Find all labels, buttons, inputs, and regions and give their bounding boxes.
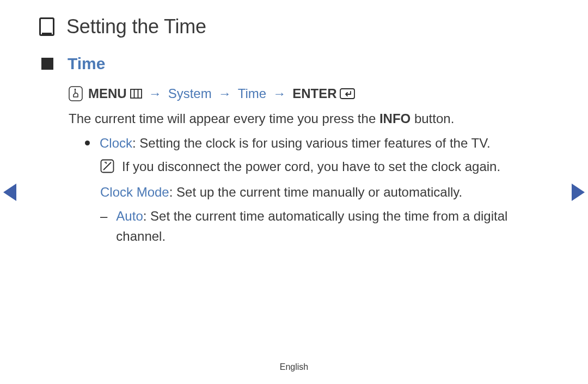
page-title-row: Setting the Time [39,15,549,38]
page-title: Setting the Time [66,15,206,38]
clock-desc: : Setting the clock is for using various… [132,136,491,150]
section-heading-row: Time [41,54,549,73]
enter-icon [340,88,355,99]
hand-icon [69,86,83,101]
clock-mode-row: Clock Mode: Set up the current time manu… [100,182,549,202]
intro-suffix: button. [411,111,454,126]
arrow-separator: → [217,86,232,101]
square-bullet-icon [41,58,53,70]
auto-term: Auto [116,209,143,223]
svg-rect-1 [42,33,52,34]
section-title: Time [68,54,105,73]
list-item: Clock: Setting the clock is for using va… [85,133,549,153]
prev-page-button[interactable] [3,184,16,201]
bookmark-icon [39,17,54,36]
svg-rect-7 [340,89,354,99]
feature-list: Clock: Setting the clock is for using va… [85,133,549,153]
svg-rect-4 [131,89,142,98]
svg-line-9 [103,162,111,170]
enter-label: ENTER [292,86,336,101]
path-time: Time [238,86,266,101]
intro-prefix: The current time will appear every time … [69,111,379,126]
note-text: If you disconnect the power cord, you ha… [122,156,500,179]
triangle-right-icon [572,184,585,201]
intro-text: The current time will appear every time … [69,111,549,126]
intro-bold: INFO [379,111,411,126]
auto-desc: : Set the current time automatically usi… [116,209,507,243]
sublist-item: – Auto: Set the current time automatical… [100,206,549,246]
clock-mode-desc: : Set up the current time manually or au… [169,185,462,199]
clock-term: Clock [100,136,132,150]
next-page-button[interactable] [572,184,585,201]
note-icon [100,159,114,179]
bullet-icon [85,141,90,145]
footer-language: English [0,362,588,372]
dash-bullet: – [100,206,107,246]
clock-mode-term: Clock Mode [100,185,169,199]
arrow-separator: → [272,86,287,101]
svg-point-3 [75,89,76,90]
note-row: If you disconnect the power cord, you ha… [100,156,549,179]
svg-rect-0 [40,19,54,35]
triangle-left-icon [3,184,16,201]
menu-label: MENU [88,86,127,101]
path-system: System [168,86,212,101]
svg-rect-2 [69,87,82,101]
menu-grid-icon [130,89,142,99]
arrow-separator: → [148,86,163,101]
menu-navigation-path: MENU → System → Time → ENTER [69,86,549,101]
